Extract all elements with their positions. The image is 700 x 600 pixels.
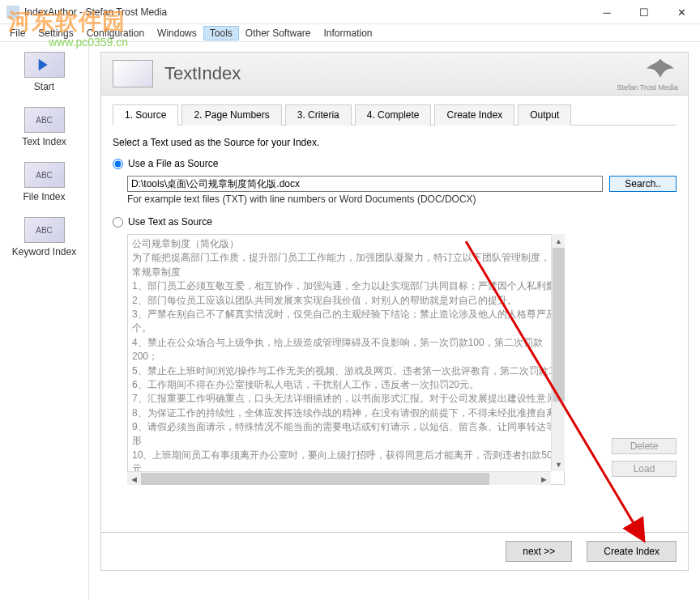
scroll-thumb-h[interactable] [141, 473, 489, 485]
scroll-down-icon[interactable]: ▼ [552, 457, 566, 471]
file-hint: For example text files (TXT) with line n… [127, 194, 677, 205]
titlebar: IndexAuthor - Stefan Trost Media ─ ☐ ✕ [0, 0, 700, 24]
sidebar-label: Text Index [8, 136, 81, 147]
window-controls: ─ ☐ ✕ [588, 0, 700, 24]
close-button[interactable]: ✕ [663, 0, 700, 24]
tab-source[interactable]: 1. Source [113, 104, 178, 126]
header-panel: TextIndex Stefan Trost Media [100, 52, 689, 96]
tab-criteria[interactable]: 3. Criteria [285, 104, 352, 126]
header-icon [113, 60, 153, 87]
brand-text: Stefan Trost Media [617, 83, 678, 91]
radio-file-label: Use a File as Source [128, 158, 218, 169]
sidebar-item-text-index[interactable]: ABC Text Index [8, 107, 81, 147]
file-path-input[interactable] [127, 176, 603, 192]
window-title: IndexAuthor - Stefan Trost Media [24, 6, 167, 18]
scroll-thumb-v[interactable] [553, 248, 565, 402]
menu-settings[interactable]: Settings [32, 26, 79, 40]
sidebar-item-start[interactable]: Start [8, 52, 81, 92]
page-title: TextIndex [164, 63, 241, 84]
minimize-button[interactable]: ─ [588, 0, 625, 24]
sidebar: Start ABC Text Index ABC File Index ABC … [0, 42, 89, 600]
vertical-scrollbar[interactable]: ▲ ▼ [551, 234, 565, 471]
menu-other-software[interactable]: Other Software [239, 26, 318, 40]
maximize-button[interactable]: ☐ [625, 0, 663, 24]
radio-use-file[interactable] [113, 159, 123, 169]
menubar: File Settings Configuration Windows Tool… [0, 24, 700, 42]
radio-use-text[interactable] [113, 217, 123, 228]
scroll-right-icon[interactable]: ▶ [537, 472, 551, 486]
radio-text-row: Use Text as Source [113, 216, 677, 228]
sidebar-label: Start [8, 81, 81, 92]
horizontal-scrollbar[interactable]: ◀ ▶ [127, 471, 551, 485]
sidebar-label: File Index [8, 191, 81, 202]
text-side-buttons: Delete Load [612, 438, 677, 477]
radio-file-row: Use a File as Source [113, 158, 677, 169]
scroll-left-icon[interactable]: ◀ [127, 472, 141, 486]
text-index-icon: ABC [24, 107, 65, 133]
radio-text-label: Use Text as Source [128, 216, 212, 228]
menu-information[interactable]: Information [318, 26, 379, 40]
menu-file[interactable]: File [3, 26, 32, 40]
create-index-button[interactable]: Create Index [587, 541, 677, 562]
source-text-area[interactable]: 公司规章制度（简化版） 为了能把提高部门工作质，提升部门员工工作能力，加强团队凝… [127, 234, 565, 485]
sidebar-item-keyword-index[interactable]: ABC Keyword Index [8, 217, 81, 257]
menu-configuration[interactable]: Configuration [80, 26, 151, 40]
file-index-icon: ABC [24, 162, 65, 188]
file-input-row: Search.. [127, 176, 677, 192]
tab-create-index[interactable]: Create Index [434, 104, 514, 126]
app-icon [6, 6, 19, 19]
load-button[interactable]: Load [612, 461, 677, 477]
start-icon [24, 52, 65, 78]
menu-tools[interactable]: Tools [203, 26, 239, 40]
tabs-panel: 1. Source 2. Page Numbers 3. Criteria 4.… [100, 96, 689, 533]
tab-row: 1. Source 2. Page Numbers 3. Criteria 4.… [113, 104, 677, 126]
instruction-text: Select a Text used as the Source for you… [113, 137, 677, 148]
tab-output[interactable]: Output [518, 104, 571, 126]
footer-panel: next >> Create Index [100, 533, 689, 571]
sidebar-item-file-index[interactable]: ABC File Index [8, 162, 81, 202]
brand-logo: Stefan Trost Media [617, 57, 678, 91]
keyword-index-icon: ABC [24, 217, 65, 243]
sidebar-label: Keyword Index [8, 246, 81, 257]
delete-button[interactable]: Delete [612, 438, 677, 454]
menu-windows[interactable]: Windows [151, 26, 203, 40]
search-button[interactable]: Search.. [609, 176, 677, 192]
tab-page-numbers[interactable]: 2. Page Numbers [181, 104, 281, 126]
content-area: TextIndex Stefan Trost Media 1. Source 2… [89, 42, 700, 600]
scroll-up-icon[interactable]: ▲ [552, 234, 566, 248]
next-button[interactable]: next >> [506, 541, 572, 562]
tab-complete[interactable]: 4. Complete [355, 104, 432, 126]
